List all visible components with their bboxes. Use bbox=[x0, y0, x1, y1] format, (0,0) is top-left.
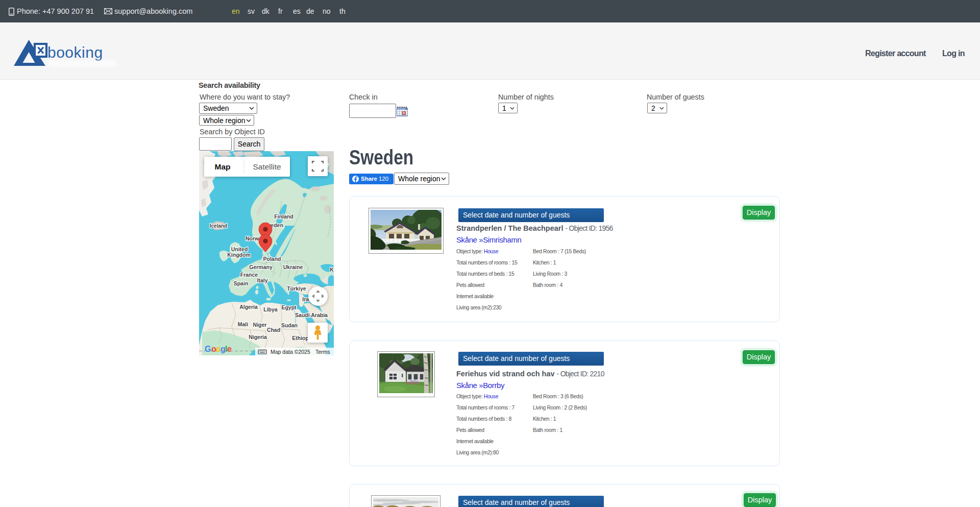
svg-text:G: G bbox=[205, 345, 211, 353]
svg-text:Chad: Chad bbox=[267, 327, 280, 333]
svg-text:Mali: Mali bbox=[238, 321, 249, 327]
svg-text:Ka: Ka bbox=[330, 267, 334, 273]
svg-text:Niger: Niger bbox=[253, 322, 267, 328]
svg-text:Türkiye: Türkiye bbox=[287, 285, 306, 292]
svg-text:Iceland: Iceland bbox=[210, 223, 227, 229]
svg-text:Satellite: Satellite bbox=[253, 162, 281, 171]
svg-text:Nigeria: Nigeria bbox=[249, 334, 267, 340]
svg-text:Kingdom: Kingdom bbox=[227, 252, 251, 258]
svg-text:Terms: Terms bbox=[315, 349, 330, 355]
svg-text:France: France bbox=[240, 272, 258, 278]
svg-text:Algeria: Algeria bbox=[239, 304, 258, 310]
svg-text:e: e bbox=[227, 345, 232, 353]
svg-text:Germany: Germany bbox=[249, 264, 273, 270]
svg-text:g: g bbox=[220, 345, 225, 353]
svg-text:Sudan: Sudan bbox=[281, 322, 298, 328]
svg-text:Egypt: Egypt bbox=[281, 304, 297, 310]
svg-text:Poland: Poland bbox=[263, 256, 281, 262]
svg-text:Saudi Arabia: Saudi Arabia bbox=[295, 312, 328, 318]
svg-text:Map: Map bbox=[215, 162, 231, 171]
svg-text:Ukraine: Ukraine bbox=[283, 264, 303, 270]
svg-text:Finland: Finland bbox=[274, 213, 293, 220]
svg-text:Italy: Italy bbox=[257, 277, 267, 283]
svg-text:Libya: Libya bbox=[263, 306, 278, 312]
svg-text:Map data ©2025: Map data ©2025 bbox=[271, 349, 310, 355]
svg-text:Spain: Spain bbox=[234, 280, 249, 286]
svg-text:booking: booking bbox=[47, 44, 103, 61]
